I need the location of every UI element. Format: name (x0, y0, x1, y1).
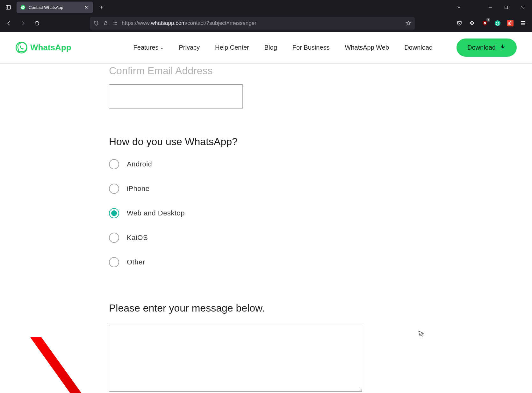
svg-rect-17 (521, 21, 525, 22)
radio-circle-icon (109, 257, 119, 267)
confirm-email-label: Confirm Email Address (109, 65, 396, 77)
radio-circle-icon (109, 233, 119, 243)
message-textarea[interactable] (109, 325, 362, 392)
radio-iphone[interactable]: iPhone (109, 184, 396, 194)
radio-label: Android (127, 160, 152, 168)
radio-circle-icon (109, 159, 119, 169)
browser-tab[interactable]: Contact WhatsApp ✕ (17, 2, 93, 13)
lock-icon (103, 20, 109, 26)
svg-marker-12 (406, 21, 411, 25)
ublock-icon[interactable]: 4 (479, 18, 491, 29)
app-menu-icon[interactable] (517, 18, 529, 29)
radio-circle-selected-icon (109, 208, 119, 218)
svg-rect-10 (115, 22, 117, 23)
window-controls (483, 2, 529, 13)
main-nav: Features ⌄ Privacy Help Center Blog For … (133, 44, 433, 51)
whatsapp-logo[interactable]: WhatsApp (15, 41, 71, 54)
cursor-icon (418, 329, 425, 339)
close-window-button[interactable] (515, 2, 529, 13)
radio-dot-icon (111, 210, 117, 216)
radio-label: Other (127, 258, 145, 266)
nav-help-center[interactable]: Help Center (215, 44, 249, 51)
nav-whatsapp-web[interactable]: WhatsApp Web (345, 44, 389, 51)
pocket-icon[interactable] (454, 18, 465, 29)
grammarly-icon[interactable] (492, 18, 503, 29)
svg-rect-14 (485, 23, 485, 24)
svg-point-9 (114, 24, 115, 25)
ext-badge-count: 4 (486, 18, 490, 22)
todoist-icon[interactable] (505, 18, 516, 29)
radio-web-desktop[interactable]: Web and Desktop (109, 208, 396, 218)
radio-label: iPhone (127, 185, 150, 193)
minimize-button[interactable] (483, 2, 498, 13)
message-heading: Please enter your message below. (109, 302, 396, 314)
usage-heading: How do you use WhatsApp? (109, 136, 396, 148)
url-text: https://www.whatsapp.com/contact/?subjec… (122, 20, 402, 26)
svg-rect-4 (505, 6, 508, 9)
forward-button[interactable] (17, 18, 29, 29)
download-button[interactable]: Download (457, 39, 517, 57)
svg-rect-7 (104, 23, 107, 25)
nav-for-business[interactable]: For Business (292, 44, 330, 51)
logo-text: WhatsApp (30, 43, 71, 53)
list-tabs-icon[interactable] (453, 2, 464, 13)
site-header: WhatsApp Features ⌄ Privacy Help Center … (0, 32, 532, 64)
radio-android[interactable]: Android (109, 159, 396, 169)
download-button-label: Download (467, 44, 496, 51)
radio-circle-icon (109, 184, 119, 194)
contact-form: Confirm Email Address How do you use Wha… (109, 64, 396, 393)
address-bar[interactable]: https://www.whatsapp.com/contact/?subjec… (90, 17, 415, 30)
svg-rect-11 (115, 24, 117, 25)
radio-other[interactable]: Other (109, 257, 396, 267)
extensions-icon[interactable] (466, 18, 478, 29)
radio-kaios[interactable]: KaiOS (109, 233, 396, 243)
svg-rect-19 (521, 25, 525, 25)
permissions-icon (112, 20, 119, 26)
reload-button[interactable] (31, 18, 43, 29)
radio-label: Web and Desktop (127, 209, 185, 217)
whatsapp-favicon-icon (20, 5, 25, 10)
tab-title: Contact WhatsApp (29, 5, 80, 10)
nav-blog[interactable]: Blog (264, 44, 277, 51)
annotation-arrow-icon (30, 337, 116, 393)
nav-download[interactable]: Download (404, 44, 433, 51)
new-tab-button[interactable]: + (96, 2, 107, 13)
close-tab-icon[interactable]: ✕ (83, 4, 89, 10)
back-button[interactable] (3, 18, 15, 29)
svg-marker-23 (30, 337, 105, 393)
svg-rect-0 (6, 5, 11, 9)
bookmark-star-icon[interactable] (405, 20, 412, 26)
download-icon (500, 44, 506, 52)
browser-chrome: Contact WhatsApp ✕ + (0, 0, 532, 32)
tab-bar: Contact WhatsApp ✕ + (0, 0, 532, 15)
maximize-button[interactable] (499, 2, 514, 13)
nav-features[interactable]: Features ⌄ (133, 44, 164, 51)
platform-radio-group: Android iPhone Web and Desktop KaiOS Oth… (109, 159, 396, 267)
sidebar-toggle-icon[interactable] (3, 2, 14, 13)
shield-icon (93, 20, 99, 26)
url-bar: https://www.whatsapp.com/contact/?subjec… (0, 15, 532, 32)
chevron-down-icon: ⌄ (160, 46, 163, 50)
radio-label: KaiOS (127, 234, 148, 242)
confirm-email-input[interactable] (109, 84, 243, 109)
svg-rect-18 (521, 23, 525, 24)
page-content: Confirm Email Address How do you use Wha… (0, 64, 532, 393)
svg-point-8 (114, 22, 115, 23)
nav-privacy[interactable]: Privacy (179, 44, 200, 51)
